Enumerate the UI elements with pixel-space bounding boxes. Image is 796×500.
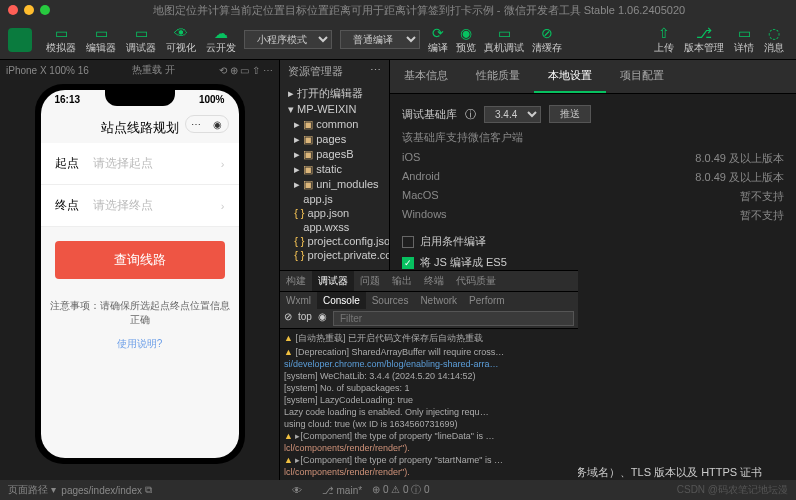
tree-item[interactable]: app.js [280, 192, 389, 206]
note-text: 注意事项：请确保所选起点终点位置信息正确 [41, 293, 239, 333]
devtools-tab[interactable]: Perform [463, 292, 511, 309]
problem-counts[interactable]: ⊕ 0 ⚠ 0 ⓘ 0 [372, 483, 430, 497]
tree-item[interactable]: ▸ ▣ pagesB [280, 147, 389, 162]
tree-item[interactable]: ▸ ▣ common [280, 117, 389, 132]
minimize-icon[interactable] [24, 5, 34, 15]
remote-debug-button[interactable]: ▭真机调试 [480, 23, 528, 57]
toolbar: ▭模拟器 ▭编辑器 ▭调试器 👁可视化 ☁云开发 小程序模式 普通编译 ⟳编译 … [0, 20, 796, 60]
cloud-button[interactable]: ☁云开发 [202, 23, 240, 57]
preview-icon[interactable]: 👁 [292, 485, 302, 496]
clear-cache-button[interactable]: ⊘清缓存 [528, 23, 566, 57]
close-icon[interactable] [8, 5, 18, 15]
mode-select[interactable]: 小程序模式 [244, 30, 332, 49]
console-tab[interactable]: 终端 [418, 271, 450, 291]
query-button[interactable]: 查询线路 [55, 241, 225, 279]
page-title: 站点线路规划 ⋯◉ [41, 109, 239, 143]
eye-icon[interactable]: ◉ [318, 311, 327, 326]
window-title: 地图定位并计算当前定位置目标位置距离可用于距离计算签到打卡示例 - 微信开发者工… [50, 3, 788, 18]
branch[interactable]: ⎇ main* [322, 485, 362, 496]
devtools-tab[interactable]: Console [317, 292, 366, 309]
start-row[interactable]: 起点 请选择起点 › [41, 143, 239, 185]
sim-tools[interactable]: ⟲ ⊕ ▭ ⇧ ⋯ [219, 65, 273, 76]
page-path-label[interactable]: 页面路径 ▾ [8, 483, 56, 497]
tree-item[interactable]: ▸ ▣ static [280, 162, 389, 177]
push-button[interactable]: 推送 [549, 105, 591, 123]
console-tab[interactable]: 调试器 [312, 271, 354, 291]
tab-project[interactable]: 项目配置 [606, 60, 678, 93]
tree-item[interactable]: ▸ ▣ pages [280, 132, 389, 147]
titlebar: 地图定位并计算当前定位置目标位置距离可用于距离计算签到打卡示例 - 微信开发者工… [0, 0, 796, 20]
filter-input[interactable] [333, 311, 574, 326]
console-tab[interactable]: 构建 [280, 271, 312, 291]
devtools-tab[interactable]: Network [414, 292, 463, 309]
help-icon[interactable]: ⓘ [465, 107, 476, 122]
copy-icon[interactable]: ⧉ [142, 484, 152, 496]
root-folder[interactable]: ▾ MP-WEIXIN [280, 102, 389, 117]
scope-select[interactable]: top [298, 311, 312, 326]
checkbox-row[interactable]: 启用条件编译 [402, 231, 784, 252]
tree-item[interactable]: { } project.private.config... [280, 248, 389, 262]
more-icon[interactable]: ⋯ [370, 64, 381, 79]
version-button[interactable]: ⎇版本管理 [680, 23, 728, 57]
open-editors-section[interactable]: ▸ 打开的编辑器 [280, 85, 389, 102]
capsule-button[interactable]: ⋯◉ [185, 115, 229, 133]
maximize-icon[interactable] [40, 5, 50, 15]
tree-item[interactable]: ▸ ▣ uni_modules [280, 177, 389, 192]
devtools-tab[interactable]: Sources [366, 292, 415, 309]
devtools-tab[interactable]: Wxml [280, 292, 317, 309]
tab-local[interactable]: 本地设置 [534, 60, 606, 93]
version-select[interactable]: 3.4.4 [484, 106, 541, 123]
end-row[interactable]: 终点 请选择终点 › [41, 185, 239, 227]
phone-frame: 16:13100% 站点线路规划 ⋯◉ 起点 请选择起点 › 终点 请选择终点 … [35, 84, 245, 464]
app-icon[interactable] [8, 28, 32, 52]
device-select[interactable]: iPhone X 100% 16 [6, 65, 89, 76]
simulator-panel: iPhone X 100% 16 热重载 开 ⟲ ⊕ ▭ ⇧ ⋯ 16:1310… [0, 60, 280, 500]
help-link[interactable]: 使用说明? [41, 333, 239, 355]
editor-button[interactable]: ▭编辑器 [82, 23, 120, 57]
notch [105, 90, 175, 106]
console-tab[interactable]: 输出 [386, 271, 418, 291]
watermark: CSDN @码农笔记地坛漫 [677, 483, 788, 497]
upload-button[interactable]: ⇧上传 [650, 23, 678, 57]
tab-perf[interactable]: 性能质量 [462, 60, 534, 93]
tree-item[interactable]: { } project.config.json [280, 234, 389, 248]
tree-item[interactable]: app.wxss [280, 220, 389, 234]
detail-button[interactable]: ▭详情 [730, 23, 758, 57]
debugger-button[interactable]: ▭调试器 [122, 23, 160, 57]
preview-button[interactable]: ◉预览 [452, 23, 480, 57]
visual-button[interactable]: 👁可视化 [162, 23, 200, 57]
compile-mode-select[interactable]: 普通编译 [340, 30, 420, 49]
compile-button[interactable]: ⟳编译 [424, 23, 452, 57]
message-button[interactable]: ◌消息 [760, 23, 788, 57]
tree-item[interactable]: { } app.json [280, 206, 389, 220]
phone-screen[interactable]: 16:13100% 站点线路规划 ⋯◉ 起点 请选择起点 › 终点 请选择终点 … [41, 90, 239, 458]
console-panel: 构建调试器问题输出终端代码质量 WxmlConsoleSourcesNetwor… [280, 270, 578, 480]
tab-basic[interactable]: 基本信息 [390, 60, 462, 93]
page-path[interactable]: pages/index/index [61, 485, 142, 496]
window-controls [8, 5, 50, 15]
statusbar: 页面路径 ▾ pages/index/index ⧉ 👁 ⎇ main* ⊕ 0… [0, 480, 796, 500]
console-tab[interactable]: 问题 [354, 271, 386, 291]
detail-tabs: 基本信息 性能质量 本地设置 项目配置 [390, 60, 796, 94]
simulator-button[interactable]: ▭模拟器 [42, 23, 80, 57]
console-tab[interactable]: 代码质量 [450, 271, 502, 291]
chevron-right-icon: › [221, 200, 225, 212]
hot-reload-toggle[interactable]: 热重载 开 [132, 63, 175, 77]
clear-icon[interactable]: ⊘ [284, 311, 292, 326]
console-output[interactable]: [自动热重载] 已开启代码文件保存后自动热重载[Deprecation] Sha… [280, 329, 578, 480]
chevron-right-icon: › [221, 158, 225, 170]
